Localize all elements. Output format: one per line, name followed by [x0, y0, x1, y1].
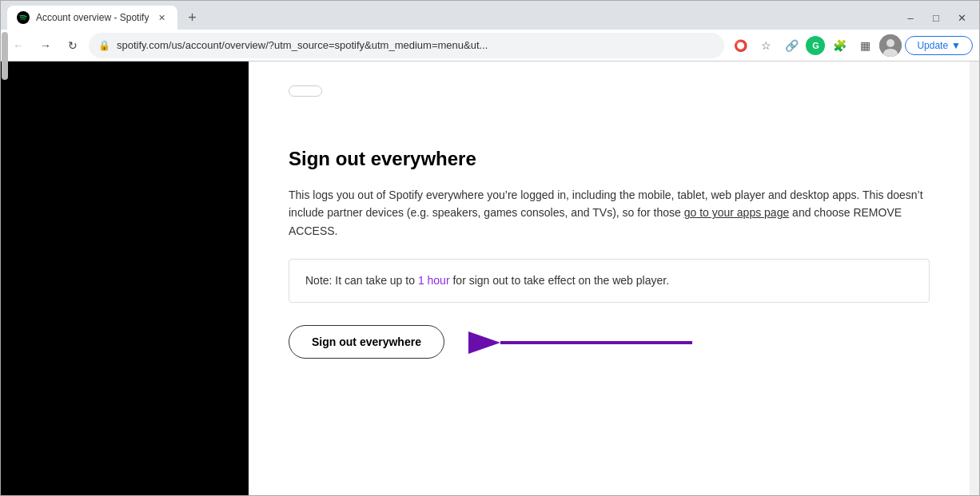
address-bar: ← → ↻ 🔒 spotify.com/us/account/overview/…: [1, 30, 979, 62]
scrollbar-thumb[interactable]: [2, 62, 8, 80]
reload-button[interactable]: ↻: [62, 34, 84, 57]
share-icon[interactable]: ⭕: [729, 34, 751, 57]
sign-out-area: Sign out everywhere: [289, 325, 444, 359]
svg-point-2: [886, 39, 894, 47]
restore-button[interactable]: □: [925, 6, 947, 29]
close-button[interactable]: ✕: [950, 6, 973, 29]
sign-out-everywhere-button[interactable]: Sign out everywhere: [289, 325, 444, 359]
tab-close-button[interactable]: ✕: [155, 11, 168, 24]
apps-page-link[interactable]: go to your apps page: [684, 206, 790, 219]
browser-window: Account overview - Spotify ✕ + – □ ✕ ← →…: [0, 0, 980, 496]
sidebar: [1, 62, 249, 495]
partial-button-top[interactable]: [289, 85, 322, 97]
active-tab[interactable]: Account overview - Spotify ✕: [7, 6, 177, 30]
section-description: This logs you out of Spotify everywhere …: [289, 186, 930, 240]
update-button[interactable]: Update ▼: [905, 36, 973, 55]
tab-title: Account overview - Spotify: [36, 12, 149, 23]
section-heading: Sign out everywhere: [289, 148, 930, 170]
page-content: Sign out everywhere This logs you out of…: [1, 62, 979, 495]
update-chevron: ▼: [951, 40, 961, 51]
profile-avatar[interactable]: [879, 34, 902, 57]
grammarly-icon[interactable]: G: [806, 36, 825, 55]
toolbar-icons: ⭕ ☆ 🔗 G 🧩 ▦ Update ▼: [729, 34, 973, 57]
forward-button[interactable]: →: [34, 34, 57, 57]
window-controls: – □ ✕: [899, 6, 973, 29]
back-button[interactable]: ←: [7, 34, 30, 57]
url-text: spotify.com/us/account/overview/?utm_sou…: [117, 39, 715, 51]
scrollbar[interactable]: [970, 62, 979, 495]
url-bar[interactable]: 🔒 spotify.com/us/account/overview/?utm_s…: [89, 33, 724, 58]
puzzle-icon[interactable]: 🧩: [828, 34, 851, 57]
note-box: Note: It can take up to 1 hour for sign …: [289, 259, 930, 303]
main-content: Sign out everywhere This logs you out of…: [249, 62, 970, 495]
sidebar-icon[interactable]: ▦: [854, 34, 876, 57]
bookmark-icon[interactable]: ☆: [755, 34, 777, 57]
new-tab-button[interactable]: +: [181, 6, 203, 29]
tab-favicon: [17, 11, 30, 24]
arrow-annotation: [488, 317, 696, 365]
note-highlight: 1 hour: [418, 274, 450, 287]
extensions-icon[interactable]: 🔗: [780, 34, 803, 57]
minimize-button[interactable]: –: [899, 6, 922, 29]
lock-icon: 🔒: [98, 40, 110, 51]
title-bar: Account overview - Spotify ✕ + – □ ✕: [1, 1, 979, 30]
